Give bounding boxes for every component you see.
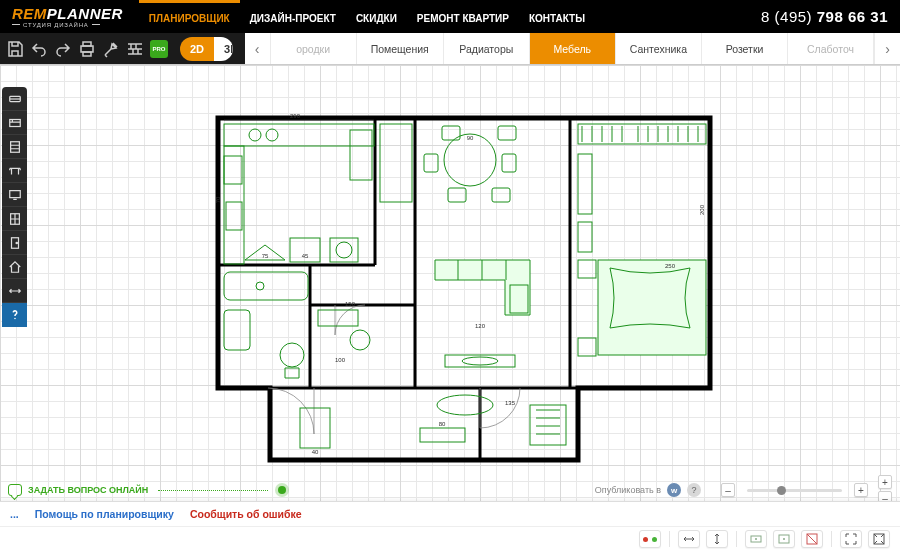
ask-question-online[interactable]: ЗАДАТЬ ВОПРОС ОНЛАЙН xyxy=(8,484,286,496)
svg-rect-52 xyxy=(598,260,706,355)
svg-rect-43 xyxy=(224,272,308,300)
nav-design-project[interactable]: ДИЗАЙН-ПРОЕКТ xyxy=(240,0,346,33)
view-2d-button[interactable]: 2D xyxy=(180,37,214,61)
sidebar-dimension-icon[interactable] xyxy=(2,279,27,303)
sidebar-door-icon[interactable] xyxy=(2,231,27,255)
svg-point-15 xyxy=(266,129,278,141)
sidebar-bed-icon[interactable] xyxy=(2,111,27,135)
svg-rect-6 xyxy=(9,190,20,197)
svg-point-68 xyxy=(783,538,785,540)
undo-icon[interactable] xyxy=(30,40,48,58)
svg-point-44 xyxy=(256,282,264,290)
pan-up-button[interactable]: + xyxy=(878,475,892,489)
tab-sockets[interactable]: Розетки xyxy=(702,33,788,64)
svg-point-48 xyxy=(350,330,370,350)
tab-radiators[interactable]: Радиаторы xyxy=(444,33,530,64)
footer-help-link[interactable]: Помощь по планировщику xyxy=(35,508,174,520)
phone-number[interactable]: 8 (495) 798 66 31 xyxy=(749,8,900,25)
save-icon[interactable] xyxy=(6,40,24,58)
pro-badge[interactable]: PRO xyxy=(150,40,168,58)
nav-planner[interactable]: ПЛАНИРОВЩИК xyxy=(139,0,240,33)
grid-small-button[interactable] xyxy=(745,530,767,548)
svg-point-14 xyxy=(249,129,261,141)
redo-icon[interactable] xyxy=(54,40,72,58)
tab-plumbing[interactable]: Сантехника xyxy=(616,33,702,64)
svg-text:75: 75 xyxy=(262,253,269,259)
zoom-out-button[interactable]: – xyxy=(721,483,735,497)
svg-point-10 xyxy=(14,318,16,320)
print-icon[interactable] xyxy=(78,40,96,58)
svg-rect-45 xyxy=(224,310,250,350)
floor-plan[interactable]: .ow{stroke:#000;stroke-width:5;fill:none… xyxy=(210,110,720,470)
tabs-scroll-left[interactable]: ‹ xyxy=(245,33,271,64)
svg-rect-53 xyxy=(578,260,596,278)
sidebar-house-icon[interactable] xyxy=(2,255,27,279)
zoom-slider[interactable] xyxy=(747,489,842,492)
svg-rect-30 xyxy=(502,154,516,172)
layer-toggle-button[interactable] xyxy=(639,530,661,548)
svg-rect-16 xyxy=(226,202,242,230)
publish-label: Опубликовать в xyxy=(595,485,661,495)
sidebar-sofa-icon[interactable] xyxy=(2,87,27,111)
svg-rect-59 xyxy=(300,408,330,448)
publish-strip: ЗАДАТЬ ВОПРОС ОНЛАЙН Опубликовать в w ? … xyxy=(0,479,900,501)
nav-contacts[interactable]: КОНТАКТЫ xyxy=(519,0,595,33)
sidebar-table-icon[interactable] xyxy=(2,159,27,183)
svg-text:70: 70 xyxy=(215,196,221,203)
tab-furniture[interactable]: Мебель xyxy=(530,33,616,64)
footer: ... Помощь по планировщику Сообщить об о… xyxy=(0,501,900,550)
svg-rect-12 xyxy=(224,146,244,264)
chat-icon xyxy=(8,484,22,496)
sidebar-help-icon[interactable] xyxy=(2,303,27,327)
footer-more[interactable]: ... xyxy=(10,508,19,520)
svg-point-39 xyxy=(437,395,493,415)
svg-point-38 xyxy=(462,357,498,365)
zoom-in-button[interactable]: + xyxy=(854,483,868,497)
svg-text:200: 200 xyxy=(699,204,705,215)
phone-digits: 798 66 31 xyxy=(817,8,888,25)
fullscreen-button[interactable] xyxy=(868,530,890,548)
svg-text:290: 290 xyxy=(290,113,301,119)
wall-icon[interactable] xyxy=(126,40,144,58)
svg-text:80: 80 xyxy=(439,421,446,427)
tab-rooms[interactable]: Помещения xyxy=(357,33,444,64)
svg-rect-4 xyxy=(9,119,20,126)
svg-rect-64 xyxy=(380,124,412,202)
footer-report-link[interactable]: Сообщить об ошибке xyxy=(190,508,302,520)
svg-rect-1 xyxy=(83,42,91,46)
snap-v-button[interactable] xyxy=(706,530,728,548)
furniture-sidebar xyxy=(2,87,27,327)
fit-screen-button[interactable] xyxy=(840,530,862,548)
svg-text:250: 250 xyxy=(665,263,676,269)
sidebar-tv-icon[interactable] xyxy=(2,183,27,207)
tools-icon[interactable] xyxy=(102,40,120,58)
online-dotline xyxy=(158,490,268,491)
tab-lowvoltage[interactable]: Слаботоч xyxy=(788,33,874,64)
logo-planner: PLANNER xyxy=(47,5,123,22)
view-3d-button[interactable]: 3D xyxy=(214,37,233,61)
sidebar-shelf-icon[interactable] xyxy=(2,135,27,159)
grid-large-button[interactable] xyxy=(773,530,795,548)
grid-off-button[interactable] xyxy=(801,530,823,548)
share-vk-icon[interactable]: w xyxy=(667,483,681,497)
snap-h-button[interactable] xyxy=(678,530,700,548)
svg-point-26 xyxy=(444,134,496,186)
svg-text:90: 90 xyxy=(467,135,474,141)
logo[interactable]: REMPLANNER СТУДИЯ ДИЗАЙНА xyxy=(0,6,135,28)
svg-rect-2 xyxy=(83,52,91,56)
svg-text:150: 150 xyxy=(345,301,356,307)
nav-discounts[interactable]: СКИДКИ xyxy=(346,0,407,33)
workspace: .ow{stroke:#000;stroke-width:5;fill:none… xyxy=(0,65,900,501)
svg-rect-60 xyxy=(530,405,566,445)
main-nav: ПЛАНИРОВЩИК ДИЗАЙН-ПРОЕКТ СКИДКИ РЕМОНТ … xyxy=(139,0,595,33)
svg-rect-56 xyxy=(578,222,592,252)
sidebar-cabinet-icon[interactable] xyxy=(2,207,27,231)
publish-help-icon[interactable]: ? xyxy=(687,483,701,497)
logo-subtitle: СТУДИЯ ДИЗАЙНА xyxy=(23,22,89,28)
svg-rect-51 xyxy=(578,124,706,144)
tabs-scroll-right[interactable]: › xyxy=(874,33,900,64)
tab-partitions[interactable]: ородки xyxy=(271,33,357,64)
svg-rect-11 xyxy=(224,124,374,146)
svg-text:135: 135 xyxy=(505,400,516,406)
nav-renovation[interactable]: РЕМОНТ КВАРТИР xyxy=(407,0,519,33)
